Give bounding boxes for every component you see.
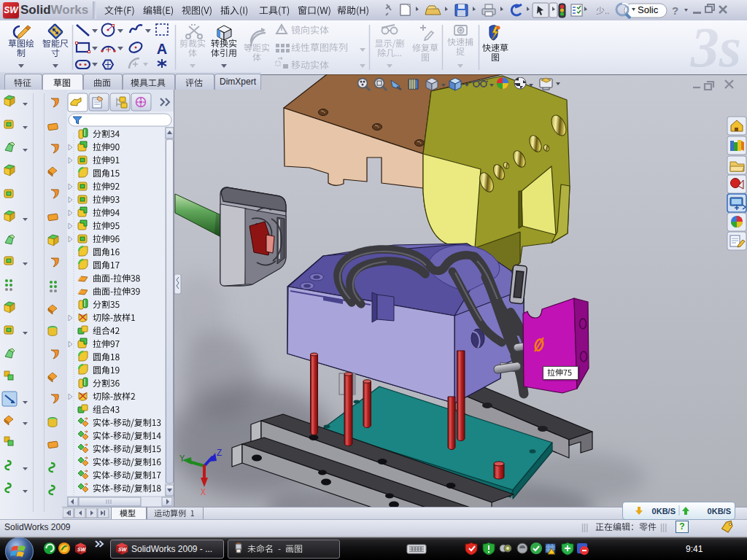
svg-text:9:41: 9:41 xyxy=(686,544,703,554)
svg-text:Y: Y xyxy=(179,454,185,464)
svg-text:!: ! xyxy=(554,549,555,554)
svg-text:Solic: Solic xyxy=(638,4,659,15)
svg-text:?: ? xyxy=(672,4,678,17)
svg-text:0KB/S: 0KB/S xyxy=(708,507,731,516)
svg-text:SW: SW xyxy=(77,547,87,552)
svg-text:Z: Z xyxy=(217,448,222,459)
svg-text:0KB/S: 0KB/S xyxy=(652,507,676,516)
svg-text:A: A xyxy=(157,41,167,57)
svg-text:SW: SW xyxy=(118,547,128,552)
svg-text:X: X xyxy=(201,488,206,498)
